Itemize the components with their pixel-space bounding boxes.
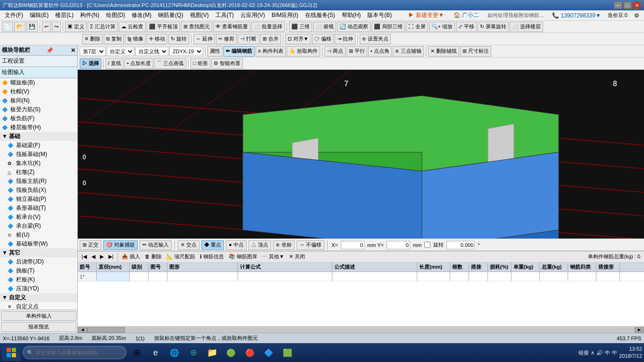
btn-line2[interactable]: / 直线 xyxy=(106,58,124,69)
menu-file[interactable]: 文件(F) xyxy=(2,10,26,20)
btn-rebar-library[interactable]: 📚 钢筋图库 xyxy=(227,253,259,260)
tree-item-jcbd[interactable]: 🔷基础板带(W) xyxy=(0,239,77,248)
nav-project-settings[interactable]: 工程设置 xyxy=(0,56,77,67)
btn-dynamic-input[interactable]: ✏ 动态输入 xyxy=(140,240,172,250)
btn-two-pts[interactable]: ⊣ 两点 xyxy=(324,46,346,57)
menu-rebar[interactable]: 钢筋量(Q) xyxy=(155,10,186,20)
tree-item-dljc[interactable]: 🔷独立基础(P) xyxy=(0,195,77,204)
tree-item-yd[interactable]: 🔷压顶(YD) xyxy=(0,284,77,293)
btn-define[interactable]: ▣ 定义 xyxy=(65,22,87,32)
btn-align[interactable]: ⊡ 对齐▼ xyxy=(285,34,311,44)
tree-cat-foundation[interactable]: ▼ 基础 xyxy=(0,132,77,141)
btn-edit-rebar[interactable]: ✏ 编辑钢筋 xyxy=(223,46,255,57)
tree-item-fbfj[interactable]: 🔷筏板负筋(X) xyxy=(0,186,77,195)
btn-redo[interactable]: ↪ xyxy=(52,22,61,32)
btn-new[interactable]: 📄 xyxy=(2,22,13,32)
menu-element[interactable]: 构件(N) xyxy=(77,10,102,20)
tree-item-zct[interactable]: 🔷桩承台(V) xyxy=(0,213,77,222)
btn-copy[interactable]: ⧉ 复制 xyxy=(104,34,124,44)
tree-item-bslj[interactable]: 🔷板受力筋(S) xyxy=(0,105,77,114)
btn-parallel[interactable]: ⊞ 平行 xyxy=(347,46,367,57)
btn-close-panel[interactable]: ✕ 关闭 xyxy=(287,253,307,260)
btn-undo[interactable]: ↩ xyxy=(42,22,51,32)
tree-cat-other[interactable]: ▼ 其它 xyxy=(0,248,77,257)
btn-point-len[interactable]: • 点加长度 xyxy=(124,58,153,69)
nav-prev[interactable]: ◀ xyxy=(90,254,97,260)
btn-dim-mark[interactable]: ⊞ 尺寸标注 xyxy=(460,46,491,57)
start-button[interactable] xyxy=(2,344,21,361)
btn-center[interactable]: ● 中点 xyxy=(226,240,247,250)
btn-sum[interactable]: Σ 汇总计算 xyxy=(88,22,118,32)
taskbar-app3[interactable]: 🟩 xyxy=(279,344,296,361)
btn-rebar-info[interactable]: ℹ 钢筋信息 xyxy=(198,253,226,260)
tree-item-bfj[interactable]: 🔷板负筋(F) xyxy=(0,114,77,123)
btn-report[interactable]: 报表预览 xyxy=(1,322,76,332)
btn-save[interactable]: 💾 xyxy=(26,22,38,32)
btn-single-input[interactable]: 单构件输入 xyxy=(1,311,76,321)
layer-type-select[interactable]: 自定义 xyxy=(107,47,134,56)
nav-pin-icon[interactable]: 📌 xyxy=(46,47,53,54)
floor-select[interactable]: 第7层 xyxy=(80,47,106,56)
taskbar-app1[interactable]: 🔴 xyxy=(241,344,258,361)
style-select[interactable]: ZDYX-19 xyxy=(169,47,203,56)
btn-batch-select[interactable]: ⬜ 批量选择 xyxy=(251,22,285,32)
tree-item-bjian[interactable]: 🔷板间(N) xyxy=(0,96,77,105)
tree-item-ctl[interactable]: 🔷承台梁(R) xyxy=(0,222,77,230)
nav-prev-prev[interactable]: |◀ xyxy=(80,254,89,260)
tree-item-zdun[interactable]: △柱墩(Z) xyxy=(0,168,77,177)
menu-online[interactable]: 在线服务(S) xyxy=(302,10,338,20)
tray-chevron[interactable]: ∧ xyxy=(591,350,594,356)
btn-vertex[interactable]: △ 顶点 xyxy=(248,240,271,250)
btn-move[interactable]: ⤢ 平移 xyxy=(456,22,477,32)
btn-select2[interactable]: ▷ 选择 xyxy=(80,58,101,69)
menu-help[interactable]: 帮助(H) xyxy=(339,10,364,20)
btn-midpoint[interactable]: ◆ 重点 xyxy=(201,240,224,250)
btn-coord[interactable]: ⊕ 坐标 xyxy=(273,240,295,250)
restore-button[interactable]: □ xyxy=(623,1,632,9)
btn-break[interactable]: ⊣ 打断 xyxy=(238,34,259,44)
nav-next[interactable]: ▶ xyxy=(98,254,106,260)
minimize-button[interactable]: ─ xyxy=(614,1,622,9)
menu-view[interactable]: 视图(V) xyxy=(187,10,212,20)
btn-mirror[interactable]: ⧎ 镜像 xyxy=(125,34,146,44)
btn-three-arc[interactable]: ⌒ 三点画弧 xyxy=(154,58,186,69)
btn-three-axis[interactable]: ⊕ 三点辅轴 xyxy=(393,46,424,57)
taskbar-app2[interactable]: 🔷 xyxy=(260,344,277,361)
btn-open[interactable]: 📂 xyxy=(14,22,25,32)
btn-element-list[interactable]: ≡ 构件列表 xyxy=(256,46,285,57)
rotate-input[interactable] xyxy=(446,241,475,249)
btn-del-axis[interactable]: ✕ 删除辅线 xyxy=(428,46,459,57)
menu-floor[interactable]: 楼层(L) xyxy=(52,10,76,20)
btn-rect[interactable]: □ 矩形 xyxy=(190,58,210,69)
tree-item-jsk[interactable]: ✿集水坑(K) xyxy=(0,159,77,168)
btn-select-layer[interactable]: ⬜ 选择楼层 xyxy=(510,22,543,32)
btn-view-rebar[interactable]: 👁 查看钢筋量 xyxy=(213,22,250,32)
x-input[interactable] xyxy=(341,241,364,249)
tree-item-pile[interactable]: ⊙桩(U) xyxy=(0,230,77,239)
cell-grade[interactable] xyxy=(130,272,149,281)
h-scrollbar[interactable]: ◀ ▶ xyxy=(78,326,644,333)
scroll-left-btn[interactable]: ◀ xyxy=(78,327,87,333)
btn-set-anchor[interactable]: ⊕ 设置夹点 xyxy=(360,34,391,44)
tray-volume[interactable]: 🔊 xyxy=(596,350,603,356)
tree-item-jcl[interactable]: 🔷基础梁(F) xyxy=(0,141,77,150)
line-type-select[interactable]: 自定义线 xyxy=(135,47,168,56)
btn-other[interactable]: ⋯ 其他▼ xyxy=(260,253,286,260)
tree-item-hjd[interactable]: 🔷后浇带(JD) xyxy=(0,257,77,266)
btn-zoom-in[interactable]: 🔍+ 缩放 xyxy=(429,22,455,32)
taskbar-task-view[interactable]: ⊞ xyxy=(128,344,145,361)
taskbar-edge[interactable]: e xyxy=(147,344,164,361)
btn-extend[interactable]: ↔ 延伸 xyxy=(193,34,215,44)
btn-find-element[interactable]: ⊞ 查找图元 xyxy=(181,22,212,32)
taskbar-browser[interactable]: 🟢 xyxy=(223,344,239,361)
tree-item-custom-pt[interactable]: ✕自定义点 xyxy=(0,302,77,310)
btn-delete[interactable]: ✕ 删除 xyxy=(82,34,103,44)
tree-item-fb[interactable]: 🔷筏板基础(M) xyxy=(0,150,77,159)
btn-local-3d[interactable]: ⬛ 局部三维 xyxy=(372,22,405,32)
close-button[interactable]: ✕ xyxy=(633,1,641,9)
menu-edit[interactable]: 编辑(E) xyxy=(27,10,51,20)
tray-input-method[interactable]: 中 xyxy=(605,349,610,356)
btn-trim[interactable]: ✂ 修剪 xyxy=(216,34,237,44)
search-input[interactable] xyxy=(35,350,116,355)
btn-3d[interactable]: ⬛ 三维 xyxy=(289,22,312,32)
